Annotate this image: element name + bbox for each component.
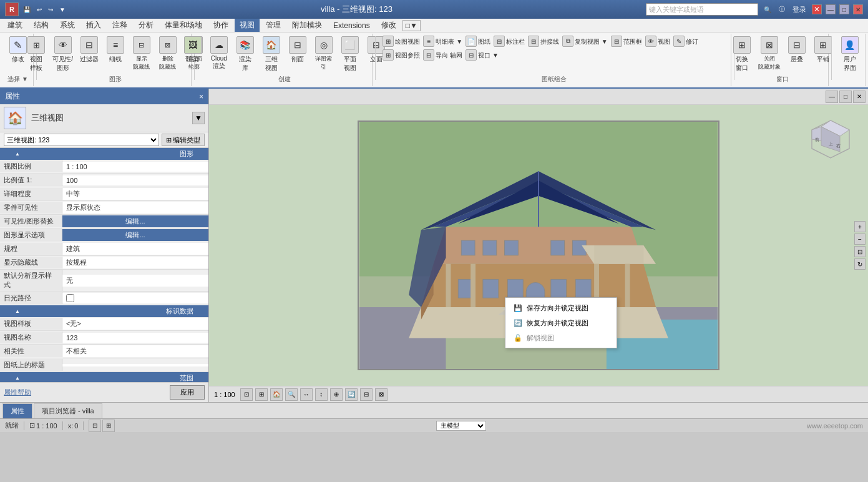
menu-jz[interactable]: 建筑 [2, 19, 27, 32]
menu-ext[interactable]: Extensions [328, 20, 375, 31]
prop-value-showhidden[interactable]: 按规程 [62, 257, 208, 268]
fit-view-btn[interactable]: ⊡ [854, 246, 866, 257]
properties-close-btn[interactable]: × [199, 92, 203, 101]
ribbon-btn-drawview[interactable]: ⊞ 绘图视图 [381, 35, 421, 48]
ribbon-btn-renderlibrary[interactable]: 📚 渲染 库 [233, 35, 258, 74]
menu-hz[interactable]: 协作 [208, 19, 233, 32]
properties-help-link[interactable]: 属性帮助 [4, 388, 31, 397]
menu-tlc[interactable]: 体量和场地 [160, 19, 207, 32]
ribbon-btn-removehidden[interactable]: ⊠ 删除 隐藏线 [155, 35, 180, 72]
ribbon-btn-matchline[interactable]: ⊟ 拼接线 [527, 35, 560, 48]
apply-button[interactable]: 应用 [170, 385, 205, 400]
view-icon3[interactable]: 🏠 [270, 388, 283, 401]
view-icon10[interactable]: ⊠ [375, 388, 388, 401]
tab-properties[interactable]: 属性 [2, 403, 32, 418]
ribbon-btn-scopebox[interactable]: ⊟ 范围框 [610, 35, 643, 48]
menu-fjmk[interactable]: 附加模块 [287, 19, 327, 32]
info-btn[interactable]: ⓘ [777, 4, 787, 14]
prop-value-viewscale[interactable]: 1 : 100 [62, 162, 208, 172]
search-btn[interactable]: 🔍 [762, 6, 773, 14]
ribbon-btn-userinterface[interactable]: 👤 用户 界面 [837, 35, 862, 74]
prop-value-viewtemplate[interactable]: <无> [62, 318, 208, 330]
select-group-label[interactable]: 选择 ▼ [7, 75, 28, 85]
ribbon-btn-closehidden[interactable]: ⊠ 关闭 隐藏对象 [756, 35, 783, 72]
prop-value-detail[interactable]: 中等 [62, 188, 208, 200]
ribbon-btn-filter[interactable]: ⊟ 过滤器 [77, 35, 102, 65]
model-select[interactable]: 主模型 [436, 421, 486, 431]
ribbon-btn-view2[interactable]: 👁 视图 [644, 35, 671, 48]
view-icon7[interactable]: ⊕ [330, 388, 343, 401]
app-icon[interactable]: R [5, 2, 19, 16]
qa-undo[interactable]: ↩ [35, 6, 44, 14]
ribbon-btn-viewref[interactable]: ⊞ 视图参照 [381, 49, 421, 62]
ribbon-btn-revision[interactable]: ✎ 修订 [672, 35, 700, 48]
edit-type-btn[interactable]: ⊞ 编辑类型 [162, 134, 205, 146]
ctx-restore-orientation[interactable]: 🔄 恢复方向并锁定视图 [505, 315, 617, 330]
zoom-in-btn[interactable]: + [854, 221, 866, 232]
rotate-btn[interactable]: ↻ [854, 258, 866, 270]
menu-jg[interactable]: 结构 [29, 19, 54, 32]
close-x-btn[interactable]: ✕ [812, 4, 822, 14]
ribbon-btn-switchwindow[interactable]: ⊞ 切换 窗口 [729, 35, 754, 74]
view-icon2[interactable]: ⊞ [255, 388, 268, 401]
view-minimize-btn[interactable]: — [826, 91, 838, 103]
ribbon-btn-schedule[interactable]: ≡ 明细表 ▼ [422, 35, 464, 48]
maximize-btn[interactable]: □ [839, 4, 849, 14]
ribbon-btn-section[interactable]: ⊟ 剖面 [285, 35, 310, 65]
ribbon-btn-cascade[interactable]: ⊟ 层叠 [784, 35, 809, 65]
ribbon-btn-guide[interactable]: ⊟ 导向 轴网 [422, 49, 464, 62]
menu-extra[interactable]: □▼ [402, 20, 421, 31]
prop-value-partsvis[interactable]: 显示原状态 [62, 202, 208, 214]
view-icon5[interactable]: ↔ [300, 388, 313, 401]
ribbon-btn-visibility[interactable]: 👁 可见性/ 图形 [50, 35, 76, 74]
ribbon-btn-3dview[interactable]: 🏠 三维 视图 [259, 35, 284, 74]
view-icon4[interactable]: 🔍 [285, 388, 298, 401]
section-identity[interactable]: 标识数据 [0, 305, 208, 317]
view-icon1[interactable]: ⊡ [240, 388, 253, 401]
qa-redo[interactable]: ↪ [46, 6, 55, 14]
menu-fx[interactable]: 分析 [134, 19, 158, 32]
prop-value-vgreplace[interactable]: 编辑... [62, 215, 208, 227]
sunpath-checkbox[interactable] [66, 294, 74, 302]
menu-cr[interactable]: 插入 [81, 19, 106, 32]
ribbon-btn-viewport[interactable]: ⊟ 视口 ▼ [464, 49, 500, 62]
prop-value-scaleval[interactable]: 100 [62, 175, 208, 185]
view-icon6[interactable]: ↕ [315, 388, 328, 401]
prop-value-analysis[interactable]: 无 [62, 275, 208, 287]
ribbon-btn-detail[interactable]: ◎ 详图索引 [311, 35, 336, 72]
menu-xg[interactable]: 修改 [376, 19, 401, 32]
ribbon-btn-render[interactable]: 🖼 渲染 [180, 35, 205, 65]
menu-zs[interactable]: 注释 [107, 19, 132, 32]
ctx-save-orientation[interactable]: 💾 保存方向并锁定视图 [505, 300, 617, 315]
ribbon-btn-sheet[interactable]: 📄 图纸 [464, 35, 492, 48]
menu-xt[interactable]: 系统 [55, 19, 80, 32]
status-icon2[interactable]: ⊞ [102, 420, 115, 432]
section-graphics[interactable]: 图形 [0, 148, 208, 160]
close-btn[interactable]: ✕ [853, 4, 863, 14]
qa-more[interactable]: ▼ [57, 6, 67, 14]
ribbon-btn-titleblock[interactable]: ⊟ 标注栏 [492, 35, 526, 48]
status-icon1[interactable]: ⊡ [89, 420, 101, 432]
prop-type-dropdown[interactable]: ▼ [192, 112, 205, 124]
search-box[interactable]: 键入关键字或短语 [646, 3, 758, 16]
prop-view-select[interactable]: 三维视图: 123 [4, 134, 159, 146]
prop-value-viewname[interactable]: 123 [62, 333, 208, 343]
menu-gl[interactable]: 管理 [261, 19, 286, 32]
view-icon9[interactable]: ⊟ [360, 388, 373, 401]
qa-save[interactable]: 💾 [21, 6, 32, 14]
view-icon8[interactable]: 🔄 [345, 388, 358, 401]
ribbon-btn-showhidden[interactable]: ⊟ 显示 隐藏线 [129, 35, 154, 72]
ribbon-btn-copyview[interactable]: ⧉ 复制视图 ▼ [561, 35, 609, 48]
view-restore-btn[interactable]: □ [839, 91, 852, 103]
nav-cube[interactable]: 上 前 右 [806, 117, 856, 167]
zoom-out-btn[interactable]: − [854, 234, 866, 245]
tab-project-browser[interactable]: 项目浏览器 - villa [34, 403, 102, 418]
view-close-btn[interactable]: ✕ [853, 91, 866, 103]
ribbon-btn-planview[interactable]: ⬜ 平面 视图 [338, 35, 363, 74]
minimize-btn[interactable]: — [826, 4, 836, 14]
menu-st[interactable]: 视图 [235, 19, 260, 32]
prop-value-graphicdisp[interactable]: 编辑... [62, 229, 208, 241]
ctx-unlock-view[interactable]: 🔓 解锁视图 [505, 330, 617, 345]
ribbon-btn-viewtemplate[interactable]: ⊞ 视图 样板 [24, 35, 49, 74]
ribbon-btn-cloudrender[interactable]: ☁ Cloud 渲染 [207, 35, 232, 72]
